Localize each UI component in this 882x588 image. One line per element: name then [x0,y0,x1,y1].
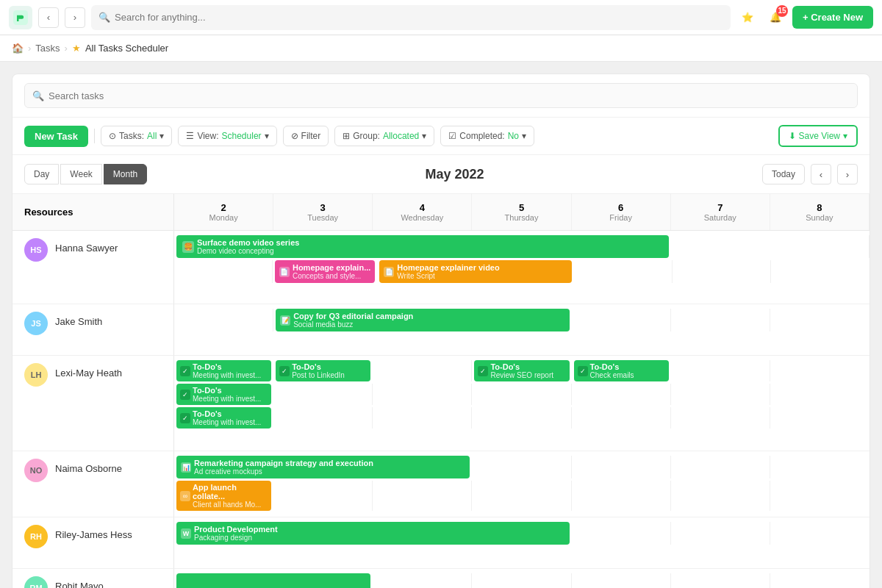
completed-filter[interactable]: ☑ Completed: No ▾ [440,126,534,146]
lexi-todo5-check: ✓ [180,390,190,400]
calendar-nav: Today ‹ › [762,164,858,184]
naima-app-launch-bar[interactable]: ∞ App launch collate... Client all hands… [176,481,271,511]
jake-empty-fri [572,309,671,331]
naima-empty-sun1 [770,456,870,478]
global-search-input[interactable] [115,12,723,23]
jake-task-text: Copy for Q3 editorial campaign Social me… [293,312,413,329]
riley-product-bar[interactable]: W Product Development Packaging design [176,522,570,545]
days-header: 2 Monday 3 Tuesday 4 Wednesday 5 Thursda… [174,194,870,231]
breadcrumb: 🏠 › Tasks › ★ All Tasks Scheduler [0,35,882,62]
hanna-row2: 📄 Homepage explain... Concepts and style… [174,260,870,283]
create-new-button[interactable]: + Create New [792,6,873,29]
riley-task-sub: Packaging design [194,534,278,542]
day-header-mon: 2 Monday [174,194,273,230]
next-arrow[interactable]: › [837,164,858,184]
rohit-empty-wed [373,573,472,588]
breadcrumb-star[interactable]: ★ [72,43,81,54]
group-filter[interactable]: ⊞ Group: Allocated ▾ [334,126,434,146]
lexi-todo-mon3-bar[interactable]: ✓ To-Do's Meeting with invest... [176,407,271,429]
hanna-task3-title: Homepage explainer video [397,263,499,272]
lexi-empty-sat1 [671,360,770,381]
lexi-todo-mon-bar[interactable]: ✓ To-Do's Meeting with invest... [176,360,271,381]
day-header-sat: 7 Saturday [671,194,770,230]
hanna-task3-sub: Write Script [397,272,499,280]
hanna-homepage-orange-bar[interactable]: 📄 Homepage explainer video Write Script [379,260,572,283]
rohit-empty-sun [770,573,870,588]
hanna-task3-text: Homepage explainer video Write Script [397,263,499,280]
day-num-fri: 6 [618,202,623,213]
back-button[interactable]: ‹ [38,7,59,28]
filter-label: Filter [301,131,321,141]
week-tab[interactable]: Week [60,164,101,184]
name-hanna: Hanna Sawyer [55,238,118,254]
notifications-icon[interactable]: 🔔 15 [764,7,786,29]
search-tasks-input[interactable] [49,90,850,101]
new-task-button[interactable]: New Task [24,126,88,147]
lexi-todo5-title: To-Do's [193,386,261,395]
hanna-empty-sun2 [771,260,870,283]
star-icon[interactable]: ⭐ [736,7,759,29]
view-label: View: [197,131,218,141]
lexi-todo-tue-bar[interactable]: ✓ To-Do's Post to LinkedIn [276,360,370,381]
lexi-empty-sat2 [671,384,770,405]
naima-row1: 📊 Remarketing campaign strategy and exec… [174,456,870,478]
calendar-header: Day Week Month May 2022 Today ‹ › [12,155,870,194]
breadcrumb-sep2: › [65,43,68,54]
save-view-button[interactable]: ⬇ Save View ▾ [778,125,858,147]
naima-remarketing-bar[interactable]: 📊 Remarketing campaign strategy and exec… [176,456,470,478]
group-icon: ⊞ [343,131,350,141]
lexi-todo-thu-bar[interactable]: ✓ To-Do's Review SEO report [474,360,569,381]
jake-task-title: Copy for Q3 editorial campaign [293,312,413,320]
forward-button[interactable]: › [65,7,85,28]
lexi-todo-mon3: ✓ To-Do's Meeting with invest... [174,407,273,429]
naima-remarketing-cell: 📊 Remarketing campaign strategy and exec… [174,456,472,478]
hanna-task1-sub: Demo video concepting [197,247,299,255]
view-filter[interactable]: ☰ View: Scheduler ▾ [178,126,276,146]
hanna-surface-demo-bar[interactable]: 🍔 Surface demo video series Demo video c… [176,235,669,258]
riley-task-title: Product Development [194,525,278,534]
lexi-empty-thu3 [472,407,571,429]
check-icon: ☑ [448,131,456,141]
naima-empty-fri2 [572,481,671,511]
nav-icons: ⭐ 🔔 15 [736,7,786,29]
jake-copy-bar[interactable]: 📝 Copy for Q3 editorial campaign Social … [276,309,569,331]
rohit-task-bar[interactable] [176,573,370,588]
name-jake: Jake Smith [55,312,102,327]
resource-rohit: RM Rohit Mayo [12,569,174,588]
hanna-homepage-pink-bar[interactable]: 📄 Homepage explain... Concepts and style… [275,260,375,283]
prev-arrow[interactable]: ‹ [811,164,831,184]
day-header-sun: 8 Sunday [770,194,870,230]
avatar-jake: JS [24,312,48,335]
rohit-empty-fri [572,573,671,588]
lexi-todo-mon2-bar[interactable]: ✓ To-Do's Meeting with invest... [176,384,271,405]
hanna-task3-icon: 📄 [384,267,394,277]
day-num-sat: 7 [717,202,723,213]
month-tab[interactable]: Month [104,164,147,184]
filter-button[interactable]: ⊘ Filter [283,126,329,146]
hanna-empty-fri2 [574,260,673,283]
jake-task-sub: Social media buzz [293,320,413,329]
naima-empty-thu2 [472,481,571,511]
completed-label: Completed: [459,131,504,141]
lexi-todo-fri-bar[interactable]: ✓ To-Do's Check emails [574,360,669,381]
naima-empty-thu1 [472,456,571,478]
today-button[interactable]: Today [762,164,805,184]
avatar-rohit: RM [24,576,48,588]
day-num-wed: 4 [420,202,425,213]
lexi-todo4-sub: Check emails [590,371,634,379]
day-tab[interactable]: Day [24,164,59,184]
resource-hanna: HS Hanna Sawyer [12,231,174,304]
view-tabs: Day Week Month [24,164,147,184]
day-num-tue: 3 [320,202,326,213]
breadcrumb-tasks[interactable]: Tasks [35,43,60,54]
lexi-empty-fri3 [572,407,671,429]
resource-lexi: LH Lexi-May Heath [12,356,174,451]
tasks-filter[interactable]: ⊙ Tasks: All ▾ [101,126,172,146]
home-icon[interactable]: 🏠 [12,43,24,54]
lexi-todo5-sub: Meeting with invest... [193,395,261,403]
hanna-task2-title: Homepage explain... [293,263,370,272]
naima-row2: ∞ App launch collate... Client all hands… [174,481,870,511]
day-name-sat: Saturday [704,213,736,222]
lexi-todo3-check: ✓ [478,366,488,376]
day-name-tue: Tuesday [307,213,338,222]
